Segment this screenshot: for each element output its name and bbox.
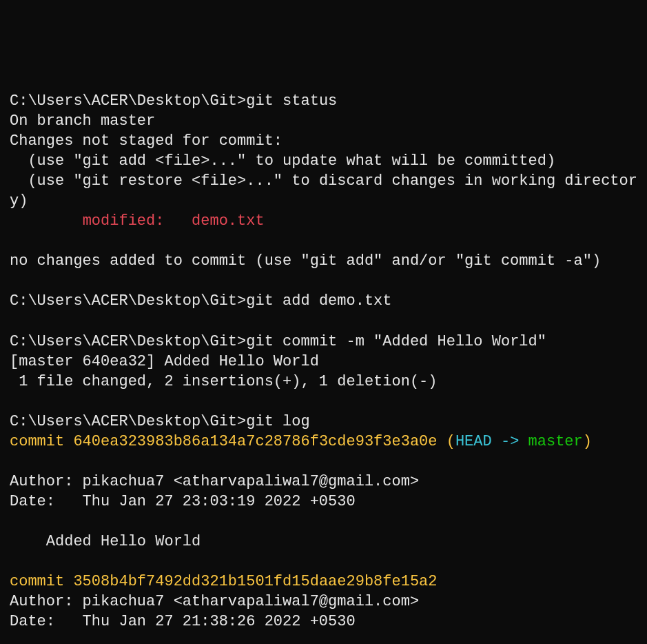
prompt: C:\Users\ACER\Desktop\Git> <box>10 92 246 110</box>
prompt: C:\Users\ACER\Desktop\Git> <box>10 292 246 310</box>
status-not-staged: Changes not staged for commit: <box>10 131 637 151</box>
prompt-line-log: C:\Users\ACER\Desktop\Git>git log <box>10 412 637 432</box>
master-ref: master <box>528 433 583 450</box>
log-message-1: Added Hello World <box>10 532 637 552</box>
log-commit-line-2: commit 3508b4bf7492dd321b1501fd15daae29b… <box>10 572 637 592</box>
command-status: git status <box>246 92 337 110</box>
status-hint-add: (use "git add <file>..." to update what … <box>10 151 637 171</box>
blank-line <box>10 311 637 331</box>
command-commit: git commit -m "Added Hello World" <box>246 333 546 350</box>
prompt-line-commit: C:\Users\ACER\Desktop\Git>git commit -m … <box>10 332 637 352</box>
blank-line <box>10 392 637 412</box>
ref-open: ( <box>438 433 455 450</box>
prompt: C:\Users\ACER\Desktop\Git> <box>10 333 246 350</box>
ref-close: ) <box>583 433 592 450</box>
commit-prefix: commit <box>10 573 73 590</box>
blank-line <box>10 231 637 251</box>
blank-line <box>10 512 637 532</box>
blank-line <box>10 271 637 291</box>
log-date-1: Date: Thu Jan 27 23:03:19 2022 +0530 <box>10 492 637 512</box>
terminal-output[interactable]: C:\Users\ACER\Desktop\Git>git statusOn b… <box>10 91 637 644</box>
command-log: git log <box>246 413 309 430</box>
commit-output-header: [master 640ea32] Added Hello World <box>10 352 637 372</box>
commit-hash-2: 3508b4bf7492dd321b1501fd15daae29b8fe15a2 <box>73 573 437 590</box>
blank-line <box>10 452 637 472</box>
prompt-line-status: C:\Users\ACER\Desktop\Git>git status <box>10 91 637 111</box>
log-author-1: Author: pikachua7 <atharvapaliwal7@gmail… <box>10 472 637 492</box>
log-author-2: Author: pikachua7 <atharvapaliwal7@gmail… <box>10 592 637 612</box>
log-date-2: Date: Thu Jan 27 21:38:26 2022 +0530 <box>10 612 637 632</box>
status-modified-file: modified: demo.txt <box>10 211 637 231</box>
log-commit-line-1: commit 640ea323983b86a134a7c28786f3cde93… <box>10 432 637 452</box>
status-hint-restore: (use "git restore <file>..." to discard … <box>10 171 637 211</box>
head-ref: HEAD -> <box>455 433 528 450</box>
commit-prefix: commit <box>10 433 73 450</box>
commit-hash-1: 640ea323983b86a134a7c28786f3cde93f3e3a0e <box>73 433 437 450</box>
commit-output-stats: 1 file changed, 2 insertions(+), 1 delet… <box>10 372 637 392</box>
prompt-line-add: C:\Users\ACER\Desktop\Git>git add demo.t… <box>10 291 637 311</box>
prompt: C:\Users\ACER\Desktop\Git> <box>10 413 246 430</box>
status-branch: On branch master <box>10 111 637 131</box>
status-no-changes: no changes added to commit (use "git add… <box>10 251 637 271</box>
command-add: git add demo.txt <box>246 292 391 310</box>
blank-line <box>10 552 637 572</box>
blank-line <box>10 632 637 644</box>
